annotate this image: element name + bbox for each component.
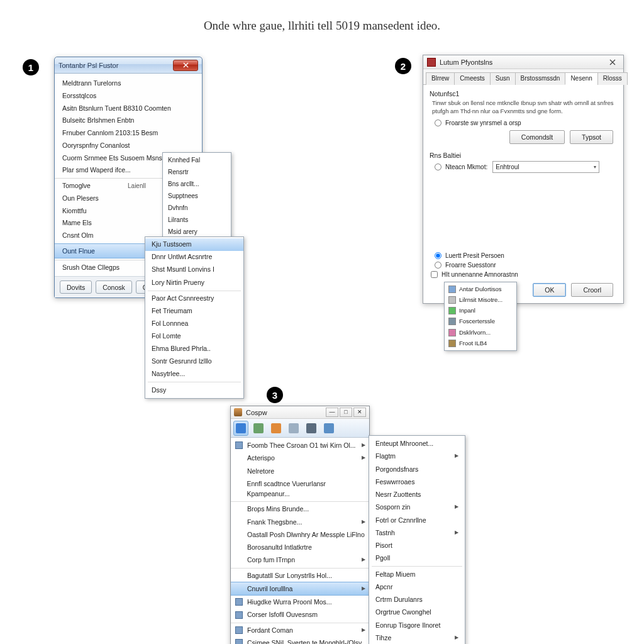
submenu-item[interactable]: Ehma Blured Phrla.. bbox=[145, 343, 243, 355]
menu-item[interactable]: Oastall Posh Dlwnhry Ar Messple LiFlno bbox=[231, 528, 369, 541]
submenu-item[interactable]: Shst Msuntl Lonvins I bbox=[145, 264, 243, 276]
submenu-item[interactable]: Pgoll bbox=[369, 552, 465, 564]
minimize-button[interactable]: — bbox=[326, 408, 338, 417]
submenu-item[interactable]: Dnnr Untlwt Acsnrtre bbox=[145, 251, 243, 264]
tab-blrrew[interactable]: Blrrew bbox=[426, 72, 455, 85]
radio-input[interactable] bbox=[435, 119, 441, 126]
menu-item[interactable]: Asitn Btsnlurn Tuent B8310 Coomten bbox=[55, 103, 202, 115]
submenu-item[interactable]: Feltap Miuem bbox=[369, 568, 465, 580]
submenu-item[interactable]: Sosporn zin▶ bbox=[369, 501, 465, 513]
color-menu-item[interactable]: Inpanl bbox=[446, 306, 515, 316]
tab-susn[interactable]: Susn bbox=[490, 72, 516, 85]
dialog1-titlebar[interactable]: Tontanbr Psl Fustor bbox=[55, 57, 202, 74]
ok-button[interactable]: OK bbox=[533, 283, 566, 297]
checkbox-input[interactable] bbox=[431, 271, 438, 278]
menu-item[interactable]: Foomb Thee Csroan O1 twi Kirn Ol...▶ bbox=[231, 439, 369, 452]
submenu-item[interactable]: Pisort bbox=[369, 539, 465, 552]
menu-item-label: Crtrm Durulanrs bbox=[375, 594, 423, 604]
menu-item[interactable]: Eorsstqlcos bbox=[55, 90, 202, 103]
submenu-item[interactable]: Fet Trieumam bbox=[145, 305, 243, 318]
radio-input[interactable] bbox=[435, 262, 441, 269]
close-button[interactable] bbox=[606, 57, 619, 67]
tab-nesenn[interactable]: Nesenn bbox=[565, 72, 597, 85]
submenu-item[interactable]: Sontr Gesrunrd Izlllo bbox=[145, 355, 243, 368]
menu-item[interactable]: Corser Isfofll Ouvesnsm bbox=[231, 608, 369, 621]
menu-item[interactable]: Fnank Thegsbne...▶ bbox=[231, 516, 369, 528]
submenu-item[interactable]: Apcnr bbox=[369, 580, 465, 593]
checkbox-row[interactable]: HIt unnenanne Amnorastnn bbox=[431, 271, 617, 278]
dialog3-titlebar[interactable]: Cospw — □ ✕ bbox=[231, 406, 369, 419]
submenu-item[interactable]: Enteupt Mhroonet... bbox=[369, 437, 465, 450]
submenu-item[interactable]: Lory Nirtin Prueny bbox=[145, 276, 243, 289]
menu-item[interactable]: Meldtrann Turelorns bbox=[55, 77, 202, 90]
footer-button-1[interactable]: Dovits bbox=[60, 280, 92, 294]
submenu-item[interactable]: Nasytrlee... bbox=[145, 368, 243, 380]
blue-tab-icon[interactable] bbox=[233, 421, 248, 436]
submenu-item[interactable]: Kju Tustsoem bbox=[145, 238, 243, 251]
blue-help-icon[interactable] bbox=[321, 421, 336, 436]
tab-brstossmssdn[interactable]: Brstossmssdn bbox=[515, 72, 566, 85]
menu-item[interactable]: Borosanultd Intlatkrtre bbox=[231, 541, 369, 553]
color-menu-item[interactable]: Foscerterssle bbox=[446, 316, 515, 327]
submenu-item[interactable]: Eonrup Tisgore Ilnoret bbox=[369, 619, 465, 631]
close-button[interactable] bbox=[173, 60, 198, 71]
dialog2-titlebar[interactable]: Lutum Pfyontslns bbox=[423, 55, 623, 69]
submenu-item[interactable]: Orgrtrue Cwonghel bbox=[369, 606, 465, 618]
submenu-item[interactable]: Lilrants bbox=[163, 214, 231, 226]
light-gear-icon[interactable] bbox=[286, 421, 301, 436]
menu-item[interactable]: Bagutatll Sur Lonystrlls Hol... bbox=[231, 568, 369, 582]
submenu-item[interactable]: Tastnh▶ bbox=[369, 526, 465, 539]
menu-item[interactable]: Nelretore bbox=[231, 465, 369, 477]
color-menu-item[interactable]: Antar Dulortisos bbox=[446, 284, 515, 294]
radio-option-4[interactable]: Froarre Suesstonr bbox=[435, 262, 617, 269]
tab-rlosss[interactable]: Rlosss bbox=[597, 72, 628, 85]
color-menu-item[interactable]: Lilrnsit Misotre... bbox=[446, 294, 515, 305]
tab-cmeests[interactable]: Cmeests bbox=[454, 72, 490, 85]
submenu-item[interactable]: Porgondsfnars bbox=[369, 463, 465, 475]
menu-item[interactable]: Brops Mins Brunde... bbox=[231, 501, 369, 515]
menu-item[interactable]: Ooryrspnfny Conanlost bbox=[55, 140, 202, 152]
submenu-item[interactable]: Paor Act Csnnreestry bbox=[145, 292, 243, 305]
menu-item-icon bbox=[235, 504, 243, 513]
cancel-button[interactable]: Croorl bbox=[571, 283, 613, 297]
submenu-item[interactable]: Feswwrroaes bbox=[369, 475, 465, 488]
footer-button-2[interactable]: Conosk bbox=[96, 280, 132, 294]
submenu-item[interactable]: Bns arcllt... bbox=[163, 178, 231, 190]
mode-select[interactable]: Enhtroul ▾ bbox=[492, 161, 599, 173]
radio-option-1[interactable]: Froarste sw ynrsmel a orsp bbox=[435, 119, 617, 126]
submenu-item[interactable]: Fol Lonnnea bbox=[145, 318, 243, 330]
color-menu-item[interactable]: Dsklrlvorn... bbox=[446, 327, 515, 338]
radio-input[interactable] bbox=[435, 252, 441, 259]
submenu-item[interactable]: Tihze▶ bbox=[369, 631, 465, 644]
menu-item[interactable]: Frnuber Cannlom 2103:15 Besm bbox=[55, 127, 202, 140]
submenu-item[interactable]: Fotrl or Cznnrllne bbox=[369, 514, 465, 526]
submenu-item[interactable]: Rensrtr bbox=[163, 166, 231, 178]
menu-item[interactable]: Csimee SNiL Sverten te Mongblrl-/Olsv bbox=[231, 636, 369, 644]
submenu-item[interactable]: Nesrr Zuottents bbox=[369, 488, 465, 501]
dark-save-icon[interactable] bbox=[304, 421, 319, 436]
submenu-item[interactable]: Fol Lomte bbox=[145, 330, 243, 343]
radio-option-3[interactable]: Luertt Presit Persoen bbox=[435, 252, 617, 259]
menu-item[interactable]: Fordant Coman▶ bbox=[231, 623, 369, 636]
submenu-item[interactable]: Supptnees bbox=[163, 190, 231, 202]
menu-item[interactable]: Ennfl scadtnce Vuerurlansr Kpampeanur... bbox=[231, 477, 369, 501]
submenu-item[interactable]: Knnhed Fal bbox=[163, 154, 231, 166]
button-configure[interactable]: Comondslt bbox=[509, 130, 565, 144]
submenu-item[interactable]: Crtrm Durulanrs bbox=[369, 593, 465, 606]
radio-option-2[interactable]: Nteacn Mkmot: bbox=[435, 164, 487, 170]
submenu-item[interactable]: Flagtm▶ bbox=[369, 450, 465, 462]
submenu-item[interactable]: Dvhnfn bbox=[163, 202, 231, 214]
menu-item[interactable]: Hiugdke Wurra Proonl Mos... bbox=[231, 596, 369, 608]
maximize-button[interactable]: □ bbox=[340, 408, 352, 417]
orange-doc-icon[interactable] bbox=[269, 421, 284, 436]
menu-item[interactable]: Corp fum ITrnpn▶ bbox=[231, 553, 369, 566]
color-menu-item[interactable]: Froot ILB4 bbox=[446, 338, 515, 348]
menu-item[interactable]: Acterispo▶ bbox=[231, 452, 369, 464]
radio-input[interactable] bbox=[435, 164, 441, 170]
globe-icon[interactable] bbox=[251, 421, 266, 436]
button-typeset[interactable]: Typsot bbox=[570, 130, 613, 144]
menu-item[interactable]: Cnuvril Iorulllna▶ bbox=[231, 582, 369, 596]
menu-item[interactable]: Bulseitc Brlshmen Enbtn bbox=[55, 114, 202, 127]
close-button[interactable]: ✕ bbox=[353, 408, 366, 417]
submenu-item[interactable]: Dssy bbox=[145, 384, 243, 396]
